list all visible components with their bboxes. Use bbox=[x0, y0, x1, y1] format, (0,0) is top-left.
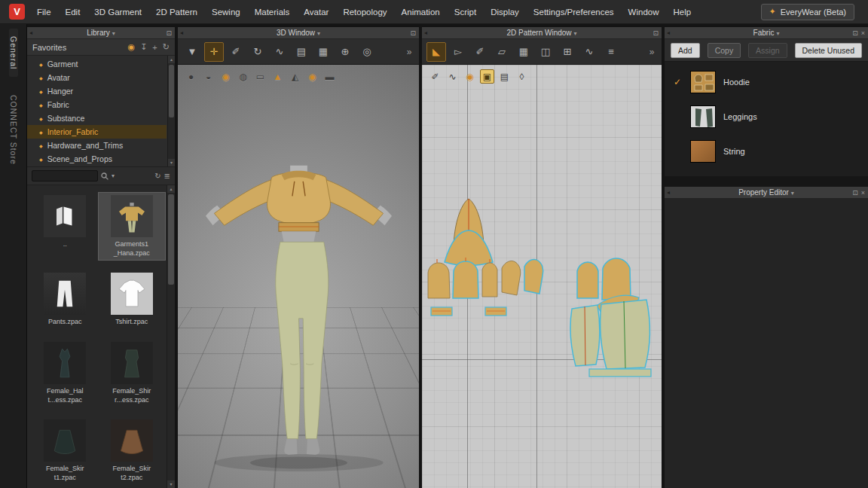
collapse-icon[interactable]: ◂ bbox=[180, 29, 183, 36]
menu-item-help[interactable]: Help bbox=[674, 8, 692, 17]
delete-unused-fabric-button[interactable]: Delete Unused bbox=[795, 43, 862, 58]
pattern-pieces-graphic[interactable] bbox=[422, 65, 662, 488]
edit-sculpt-tool-icon[interactable]: ✐ bbox=[226, 42, 246, 62]
search-input[interactable] bbox=[32, 170, 98, 181]
move-gizmo-tool-icon[interactable]: ✛ bbox=[204, 42, 224, 62]
rail-tab-connect-store[interactable]: CONNECT Store bbox=[9, 87, 18, 172]
library-category-hanger[interactable]: ◆Hanger bbox=[27, 84, 167, 98]
menu-item-animation[interactable]: Animation bbox=[402, 8, 440, 17]
file-item-female-halter-dress[interactable]: Female_Hal t...ess.zpac bbox=[32, 340, 99, 407]
collapse-icon[interactable]: ◂ bbox=[424, 29, 427, 36]
collapse-icon[interactable]: ◂ bbox=[667, 29, 670, 36]
rotate-tool-icon[interactable]: ↻ bbox=[248, 42, 267, 62]
avatar-3d-model[interactable] bbox=[191, 164, 406, 477]
library-category-hardware-and-trims[interactable]: ◆Hardware_and_Trims bbox=[27, 139, 167, 152]
category-scrollbar[interactable]: ▴ ▾ bbox=[167, 56, 175, 166]
fit-tool-icon[interactable]: ◎ bbox=[357, 42, 377, 62]
library-category-garment[interactable]: ◆Garment bbox=[27, 57, 167, 71]
scrollbar-thumb[interactable] bbox=[168, 194, 174, 285]
arrangement-points-icon[interactable]: ◉ bbox=[219, 69, 233, 84]
scroll-up-icon[interactable]: ▴ bbox=[167, 185, 175, 193]
3d-window-header[interactable]: ◂ 3D Window▾ ⊡ bbox=[178, 27, 419, 39]
mesh-display-icon[interactable]: ◭ bbox=[288, 69, 302, 84]
menu-item-3d-garment[interactable]: 3D Garment bbox=[94, 8, 142, 17]
library-panel-header[interactable]: ◂ Library▾ ⊡ bbox=[27, 27, 175, 39]
collapse-icon[interactable]: ◂ bbox=[667, 189, 670, 196]
search-icon[interactable] bbox=[101, 172, 108, 180]
menu-item-file[interactable]: File bbox=[37, 8, 51, 17]
float-panel-icon[interactable]: ⊡ bbox=[852, 189, 858, 197]
collapse-icon[interactable]: ◂ bbox=[29, 29, 32, 36]
pen-polygon-tool-icon[interactable]: ✐ bbox=[470, 42, 490, 62]
app-logo-icon[interactable]: V bbox=[9, 4, 25, 20]
fabric-display-icon[interactable]: ▣ bbox=[480, 69, 494, 84]
add-fabric-button[interactable]: Add bbox=[671, 43, 700, 58]
file-item-up[interactable]: .. bbox=[32, 193, 99, 260]
refresh-icon[interactable]: ↻ bbox=[154, 172, 160, 180]
scroll-up-icon[interactable]: ▴ bbox=[168, 56, 175, 63]
file-item-female-shirred-dress[interactable]: Female_Shir r...ess.zpac bbox=[99, 340, 166, 407]
grid-tool-icon[interactable]: ⊞ bbox=[558, 42, 577, 62]
close-icon[interactable]: × bbox=[861, 29, 865, 37]
scroll-down-icon[interactable]: ▾ bbox=[168, 159, 175, 166]
pen-display-icon[interactable]: ✐ bbox=[428, 69, 442, 84]
select-tool-icon[interactable]: ▼ bbox=[182, 42, 202, 62]
image-tool-icon[interactable]: ▦ bbox=[514, 42, 533, 62]
pin-tool-icon[interactable]: ⊕ bbox=[335, 42, 355, 62]
toolbar-overflow-icon[interactable]: » bbox=[646, 42, 657, 62]
menu-item-avatar[interactable]: Avatar bbox=[304, 8, 329, 17]
float-panel-icon[interactable]: ⊡ bbox=[852, 29, 858, 37]
menu-item-settings-preferences[interactable]: Settings/Preferences bbox=[533, 8, 614, 17]
menu-item-2d-pattern[interactable]: 2D Pattern bbox=[156, 8, 197, 17]
rail-tab-general[interactable]: General bbox=[9, 29, 18, 77]
annotation-icon[interactable]: ▤ bbox=[497, 69, 512, 84]
trace-tool-icon[interactable]: ◫ bbox=[536, 42, 555, 62]
pattern-tool-icon[interactable]: ▤ bbox=[292, 42, 311, 62]
menu-item-display[interactable]: Display bbox=[491, 8, 519, 17]
file-item-pants[interactable]: Pants.zpac bbox=[32, 270, 99, 329]
menu-item-retopology[interactable]: Retopology bbox=[343, 8, 387, 17]
library-category-fabric[interactable]: ◆Fabric bbox=[27, 98, 167, 111]
float-panel-icon[interactable]: ⊡ bbox=[410, 29, 416, 37]
library-category-scene-and-props[interactable]: ◆Scene_and_Props bbox=[27, 152, 167, 166]
avatar-display-icon[interactable]: ● bbox=[184, 69, 198, 84]
library-category-avatar[interactable]: ◆Avatar bbox=[27, 71, 167, 84]
3d-viewport[interactable]: ● ◒ ◉ ◍ ▭ ▲ ◭ ◉ ▬ bbox=[178, 65, 419, 488]
list-view-icon[interactable]: ≣ bbox=[164, 172, 170, 180]
fabric-item-string[interactable]: String bbox=[665, 134, 868, 169]
refresh-icon[interactable]: ↻ bbox=[163, 42, 170, 52]
library-category-substance[interactable]: ◆Substance bbox=[27, 111, 167, 125]
property-editor-header[interactable]: ◂ Property Editor▾ ⊡ × bbox=[665, 187, 868, 199]
scroll-down-icon[interactable]: ▾ bbox=[167, 480, 175, 488]
search-options-icon[interactable]: ▾ bbox=[112, 172, 115, 179]
toolbar-overflow-icon[interactable]: » bbox=[404, 42, 414, 62]
close-icon[interactable]: × bbox=[861, 189, 865, 197]
tape-measure-icon[interactable]: ▭ bbox=[253, 69, 267, 84]
everywear-button[interactable]: ✦ EveryWear (Beta) bbox=[761, 4, 854, 20]
press-icon[interactable]: ◊ bbox=[515, 69, 529, 84]
sphere-display-icon[interactable]: ◉ bbox=[463, 69, 477, 84]
file-scrollbar[interactable]: ▴ ▾ bbox=[167, 185, 175, 488]
menu-item-sewing[interactable]: Sewing bbox=[212, 8, 240, 17]
2d-viewport[interactable]: ✐ ∿ ◉ ▣ ▤ ◊ bbox=[422, 65, 662, 488]
file-item-tshirt[interactable]: Tshirt.zpac bbox=[99, 270, 166, 329]
texture-tool-icon[interactable]: ▦ bbox=[313, 42, 333, 62]
fabric-panel-header[interactable]: ◂ Fabric▾ ⊡ × bbox=[665, 27, 868, 39]
favorite-icon[interactable]: ◉ bbox=[128, 42, 136, 52]
menu-item-materials[interactable]: Materials bbox=[255, 8, 290, 17]
menu-item-edit[interactable]: Edit bbox=[66, 8, 81, 17]
sewing-tool-icon[interactable]: ∿ bbox=[270, 42, 289, 62]
file-item-garments1-hana[interactable]: Garments1 _Hana.zpac bbox=[99, 193, 166, 260]
measure-tool-icon[interactable]: ≡ bbox=[601, 42, 621, 62]
file-item-female-skirt1[interactable]: Female_Skir t1.zpac bbox=[32, 417, 99, 484]
fabric-item-leggings[interactable]: Leggings bbox=[665, 99, 868, 134]
copy-fabric-button[interactable]: Copy bbox=[708, 43, 741, 58]
menu-item-script[interactable]: Script bbox=[454, 8, 476, 17]
fabric-item-hoodie[interactable]: ✓ Hoodie bbox=[665, 65, 868, 99]
file-item-female-skirt2[interactable]: Female_Skir t2.zpac bbox=[99, 417, 166, 484]
stitch-display-icon[interactable]: ∿ bbox=[445, 69, 460, 84]
download-icon[interactable]: ↧ bbox=[140, 42, 147, 52]
edit-pattern-tool-icon[interactable]: ▻ bbox=[448, 42, 468, 62]
avatar-style-icon[interactable]: ◒ bbox=[201, 69, 215, 84]
arrangement-globe-icon[interactable]: ◉ bbox=[305, 69, 319, 84]
